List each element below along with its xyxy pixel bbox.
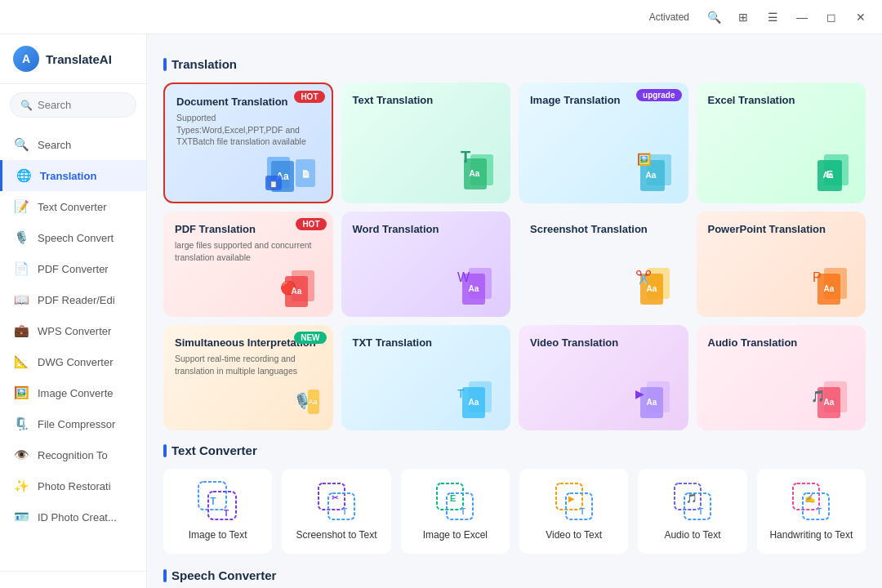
svg-text:T: T	[461, 150, 470, 166]
sidebar-item-speech-convert[interactable]: 🎙️ Speech Convert	[0, 222, 146, 253]
screenshot-translation-card[interactable]: Screenshot Translation ✂️ Aa	[519, 212, 688, 317]
excel-card-icon: E Aa	[801, 150, 854, 195]
restore-button[interactable]: ◻	[820, 6, 843, 29]
card-content: Video Translation	[530, 336, 677, 372]
app-wrapper: Activated 🔍 ⊞ ☰ — ◻ ✕ A TranslateAI 🔍 🔍 …	[0, 0, 882, 588]
image-to-text-icon: T T	[197, 480, 239, 523]
sidebar-label-file-compressor: File Compressor	[38, 418, 115, 430]
text-translation-card[interactable]: Text Translation T Aa	[341, 82, 511, 203]
audio-translation-card[interactable]: Audio Translation 🎵 Aa	[697, 325, 866, 430]
sidebar-label-speech-convert: Speech Convert	[38, 232, 114, 244]
speech-converter-title-text: Speech Converter	[172, 568, 276, 582]
sidebar-label-image-converter: Image Converte	[38, 387, 114, 399]
txt-translation-card[interactable]: TXT Translation T Aa	[341, 325, 511, 430]
speech-converter-section-title: Speech Converter	[163, 568, 866, 582]
card-content: Word Translation	[353, 223, 500, 259]
translation-nav-icon: 🌐	[16, 167, 32, 184]
menu-button[interactable]: ☰	[761, 6, 784, 29]
search-titlebar-button[interactable]: 🔍	[702, 6, 725, 29]
svg-text:T: T	[224, 509, 229, 518]
video-translation-card[interactable]: Video Translation ▶ Aa	[519, 325, 688, 430]
image-to-text-item[interactable]: T T Image to Text	[163, 469, 272, 554]
svg-text:✂: ✂	[332, 493, 339, 502]
svg-text:Aa: Aa	[291, 287, 301, 296]
titlebar: Activated 🔍 ⊞ ☰ — ◻ ✕	[0, 0, 882, 34]
svg-text:Aa: Aa	[469, 398, 479, 407]
simultaneous-interpretation-card[interactable]: NEW Simultaneous Interpretation Support …	[163, 325, 333, 430]
svg-text:✍: ✍	[804, 492, 816, 504]
text-card-title: Text Translation	[353, 94, 500, 108]
search-icon: 🔍	[20, 100, 33, 111]
ppt-translation-card[interactable]: PowerPoint Translation P Aa	[697, 212, 866, 317]
sidebar-item-pdf-reader[interactable]: 📖 PDF Reader/Edi	[0, 284, 146, 315]
sidebar-label-translation: Translation	[40, 170, 96, 182]
card-content: Audio Translation	[708, 336, 855, 372]
image-to-excel-item[interactable]: E T Image to Excel	[401, 469, 510, 554]
search-nav-icon: 🔍	[13, 136, 29, 153]
excel-card-icon-area: E Aa	[708, 150, 855, 195]
sidebar-item-history[interactable]: 🕐 History	[0, 581, 146, 588]
sidebar-item-photo-restore[interactable]: ✨ Photo Restorati	[0, 470, 146, 501]
handwriting-to-text-icon: ✍ T	[790, 480, 832, 523]
audio-card-title: Audio Translation	[708, 336, 855, 350]
sidebar-label-id-photo: ID Photo Creat...	[38, 511, 117, 523]
sidebar-item-wps-converter[interactable]: 💼 WPS Converter	[0, 315, 146, 346]
sidebar-label-wps-converter: WPS Converter	[38, 325, 111, 337]
word-translation-card[interactable]: Word Translation W Aa	[341, 212, 511, 317]
translation-cards-grid: HOT Document Translation Supported Types…	[163, 82, 866, 430]
audio-to-text-item[interactable]: 🎵 T Audio to Text	[638, 469, 746, 554]
svg-text:Aa: Aa	[645, 171, 656, 180]
simul-card-icon: 🎙️ Aa	[269, 381, 322, 422]
svg-text:T: T	[698, 507, 703, 516]
pdf-translation-card[interactable]: HOT PDF Translation large files supporte…	[163, 212, 333, 317]
dwg-converter-nav-icon: 📐	[13, 354, 29, 370]
svg-text:P: P	[813, 270, 822, 284]
sidebar-label-dwg-converter: DWG Converter	[38, 356, 113, 368]
search-input[interactable]	[38, 99, 126, 111]
document-translation-card[interactable]: HOT Document Translation Supported Types…	[163, 82, 333, 203]
svg-text:✂️: ✂️	[635, 270, 652, 285]
screenshot-to-text-label: Screenshot to Text	[296, 529, 376, 542]
excel-translation-card[interactable]: Excel Translation E Aa	[697, 82, 866, 203]
card-content: PowerPoint Translation	[708, 223, 855, 259]
video-to-text-item[interactable]: ▶ T Video to Text	[519, 469, 628, 554]
app-body: A TranslateAI 🔍 🔍 Search 🌐 Translation 📝	[0, 34, 882, 588]
activated-status: Activated	[649, 11, 689, 23]
sidebar-item-dwg-converter[interactable]: 📐 DWG Converter	[0, 346, 146, 377]
svg-text:📋: 📋	[270, 180, 278, 188]
svg-text:T: T	[817, 507, 822, 516]
svg-text:T: T	[457, 387, 465, 400]
image-to-text-label: Image to Text	[189, 529, 247, 542]
search-box[interactable]: 🔍	[10, 92, 136, 118]
video-to-text-label: Video to Text	[546, 529, 602, 542]
audio-card-icon-area: 🎵 Aa	[708, 377, 855, 422]
document-card-icon-area: Aa 📄 📋	[176, 153, 320, 194]
pdf-reader-nav-icon: 📖	[13, 292, 29, 308]
screenshot-to-text-icon: ✂ T	[315, 480, 358, 523]
svg-text:Aa: Aa	[469, 284, 479, 293]
sidebar-item-search[interactable]: 🔍 Search	[0, 129, 146, 160]
image-translation-card[interactable]: upgrade Image Translation 🖼️ Aa	[519, 82, 688, 203]
screenshot-to-text-item[interactable]: ✂ T Screenshot to Text	[282, 469, 390, 554]
sidebar-item-pdf-converter[interactable]: 📄 PDF Converter	[0, 253, 146, 284]
close-button[interactable]: ✕	[849, 6, 872, 29]
sidebar-item-id-photo[interactable]: 🪪 ID Photo Creat...	[0, 501, 146, 532]
fullscreen-button[interactable]: ⊞	[732, 6, 755, 29]
sidebar-item-image-converter[interactable]: 🖼️ Image Converte	[0, 377, 146, 408]
sidebar-item-recognition[interactable]: 👁️ Recognition To	[0, 439, 146, 470]
card-content: Text Translation	[353, 94, 500, 145]
audio-to-text-icon: 🎵 T	[671, 480, 714, 523]
sidebar-item-file-compressor[interactable]: 🗜️ File Compressor	[0, 408, 146, 439]
screenshot-card-icon: ✂️ Aa	[624, 264, 677, 309]
handwriting-to-text-item[interactable]: ✍ T Handwriting to Text	[757, 469, 866, 554]
video-card-title: Video Translation	[530, 336, 677, 350]
minimize-button[interactable]: —	[791, 6, 813, 29]
sidebar-item-text-converter[interactable]: 📝 Text Converter	[0, 191, 146, 222]
svg-text:🎵: 🎵	[686, 492, 697, 504]
sidebar: A TranslateAI 🔍 🔍 Search 🌐 Translation 📝	[0, 34, 147, 588]
svg-text:🖼️: 🖼️	[637, 153, 652, 167]
sidebar-item-translation[interactable]: 🌐 Translation	[0, 160, 146, 191]
recognition-nav-icon: 👁️	[13, 447, 29, 463]
sidebar-label-search: Search	[38, 139, 71, 151]
txt-card-title: TXT Translation	[353, 336, 500, 350]
